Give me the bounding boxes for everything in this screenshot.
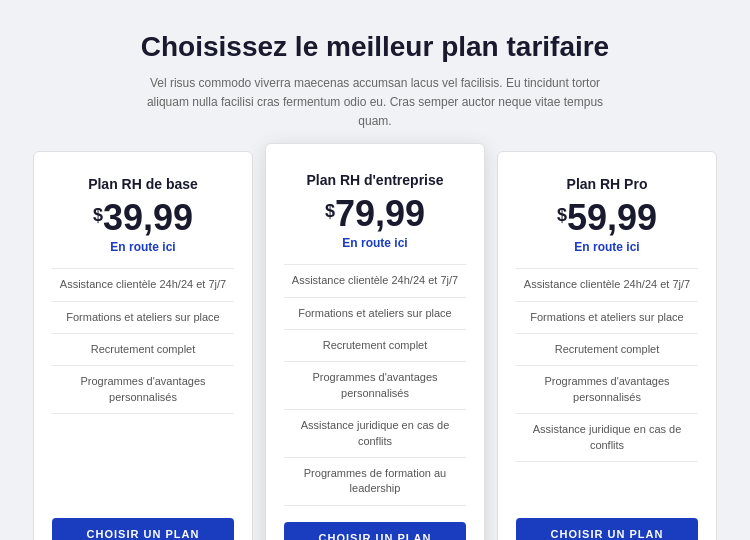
plans-container: Plan RH de base $39,99 En route ici Assi… <box>20 151 730 540</box>
choose-plan-base-button[interactable]: CHOISIR UN PLAN <box>52 518 234 540</box>
feature-ent-5: Assistance juridique en cas de conflits <box>284 410 466 458</box>
plan-name-base: Plan RH de base <box>88 176 198 192</box>
page-title: Choisissez le meilleur plan tarifaire <box>20 30 730 64</box>
feature-pro-4: Programmes d'avantages personnalisés <box>516 366 698 414</box>
feature-base-1: Assistance clientèle 24h/24 et 7j/7 <box>52 269 234 301</box>
feature-pro-2: Formations et ateliers sur place <box>516 302 698 334</box>
feature-ent-2: Formations et ateliers sur place <box>284 298 466 330</box>
feature-pro-5: Assistance juridique en cas de conflits <box>516 414 698 462</box>
plan-features-pro: Assistance clientèle 24h/24 et 7j/7 Form… <box>516 268 698 502</box>
page-subtitle: Vel risus commodo viverra maecenas accum… <box>135 74 615 132</box>
feature-base-3: Recrutement complet <box>52 334 234 366</box>
plan-price-base: $39,99 <box>93 200 193 236</box>
feature-base-2: Formations et ateliers sur place <box>52 302 234 334</box>
plan-card-pro: Plan RH Pro $59,99 En route ici Assistan… <box>497 151 717 540</box>
plan-name-entreprise: Plan RH d'entreprise <box>306 172 443 188</box>
plan-card-base: Plan RH de base $39,99 En route ici Assi… <box>33 151 253 540</box>
feature-base-4: Programmes d'avantages personnalisés <box>52 366 234 414</box>
plan-features-entreprise: Assistance clientèle 24h/24 et 7j/7 Form… <box>284 264 466 506</box>
feature-ent-6: Programmes de formation au leadership <box>284 458 466 506</box>
page-wrapper: Choisissez le meilleur plan tarifaire Ve… <box>0 0 750 540</box>
price-symbol-pro: $ <box>557 206 567 224</box>
feature-ent-3: Recrutement complet <box>284 330 466 362</box>
plan-link-entreprise[interactable]: En route ici <box>342 236 407 250</box>
choose-plan-entreprise-button[interactable]: CHOISIR UN PLAN <box>284 522 466 540</box>
page-header: Choisissez le meilleur plan tarifaire Ve… <box>20 30 730 131</box>
plan-link-pro[interactable]: En route ici <box>574 240 639 254</box>
plan-price-entreprise: $79,99 <box>325 196 425 232</box>
feature-ent-4: Programmes d'avantages personnalisés <box>284 362 466 410</box>
plan-card-entreprise: Plan RH d'entreprise $79,99 En route ici… <box>265 143 485 540</box>
feature-pro-3: Recrutement complet <box>516 334 698 366</box>
price-symbol-entreprise: $ <box>325 202 335 220</box>
plan-link-base[interactable]: En route ici <box>110 240 175 254</box>
plan-name-pro: Plan RH Pro <box>567 176 648 192</box>
feature-ent-1: Assistance clientèle 24h/24 et 7j/7 <box>284 265 466 297</box>
choose-plan-pro-button[interactable]: CHOISIR UN PLAN <box>516 518 698 540</box>
plan-price-pro: $59,99 <box>557 200 657 236</box>
plan-features-base: Assistance clientèle 24h/24 et 7j/7 Form… <box>52 268 234 502</box>
feature-pro-1: Assistance clientèle 24h/24 et 7j/7 <box>516 269 698 301</box>
price-symbol-base: $ <box>93 206 103 224</box>
